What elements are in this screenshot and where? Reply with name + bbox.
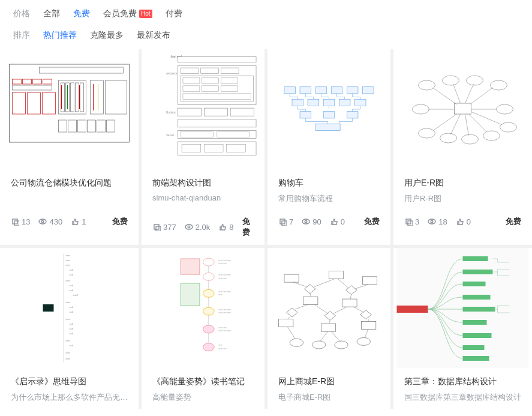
svg-line-106 bbox=[471, 112, 503, 125]
svg-rect-75 bbox=[354, 99, 366, 106]
svg-marker-169 bbox=[324, 312, 336, 321]
svg-rect-20 bbox=[106, 80, 127, 114]
stat-clones: 13 bbox=[11, 217, 30, 226]
svg-rect-65 bbox=[284, 87, 296, 94]
svg-point-32 bbox=[42, 220, 44, 223]
filter-row-sort: 排序 热门推荐 克隆最多 最新发布 bbox=[13, 30, 519, 41]
svg-text:item: item bbox=[66, 339, 71, 342]
svg-rect-34 bbox=[178, 56, 256, 62]
svg-rect-52 bbox=[181, 131, 213, 137]
svg-rect-40 bbox=[183, 78, 200, 83]
stat-views: 430 bbox=[38, 217, 62, 226]
stat-clones: 377 bbox=[152, 223, 176, 232]
stat-likes: 0 bbox=[330, 217, 345, 226]
svg-line-104 bbox=[465, 114, 469, 136]
svg-text:item: item bbox=[66, 357, 71, 360]
svg-text:Node.js: Node.js bbox=[166, 111, 176, 114]
thumb-icon bbox=[71, 217, 79, 226]
template-card[interactable]: 购物车 常用购物车流程 7 90 0 免费 bbox=[267, 49, 390, 245]
template-card[interactable]: 网上商城E-R图 电子商城E-R图 bbox=[267, 248, 390, 409]
svg-rect-37 bbox=[201, 68, 219, 73]
svg-point-136 bbox=[203, 273, 215, 280]
filter-row-price: 价格 全部 免费 会员免费 Hot 付费 bbox=[13, 8, 519, 19]
card-subtitle: 国三数据库第三章数据库结构设计 bbox=[404, 392, 521, 403]
svg-text:sub: sub bbox=[70, 310, 74, 313]
filter-label-sort: 排序 bbox=[13, 30, 30, 41]
template-card[interactable]: itemitemitemsubsub itemsubsubsub2 itemsu… bbox=[0, 248, 139, 409]
svg-rect-163 bbox=[279, 319, 293, 327]
filter-price-vip[interactable]: 会员免费 Hot bbox=[103, 8, 152, 19]
svg-rect-200 bbox=[463, 333, 492, 338]
svg-rect-194 bbox=[463, 256, 488, 261]
filter-sort-popular[interactable]: 热门推荐 bbox=[43, 30, 77, 41]
card-body: 用户E-R图 用户R-R图 bbox=[393, 169, 532, 210]
template-card[interactable]: text text texttext text text text textte… bbox=[142, 248, 265, 409]
svg-rect-42 bbox=[221, 78, 238, 83]
thumbnail: text text texttext text text text textte… bbox=[142, 248, 265, 368]
filter-sort-clones[interactable]: 克隆最多 bbox=[90, 30, 124, 41]
svg-point-90 bbox=[497, 104, 513, 114]
svg-rect-13 bbox=[71, 83, 74, 112]
svg-rect-133 bbox=[181, 259, 200, 274]
svg-point-31 bbox=[39, 219, 46, 224]
svg-rect-57 bbox=[227, 145, 246, 152]
svg-rect-24 bbox=[68, 120, 77, 132]
card-body: 第三章：数据库结构设计 国三数据库第三章数据库结构设计 bbox=[393, 368, 532, 409]
filter-bar: 价格 全部 免费 会员免费 Hot 付费 排序 热门推荐 克隆最多 最新发布 bbox=[0, 0, 532, 49]
stat-views: 18 bbox=[428, 217, 447, 226]
stat-value: 0 bbox=[467, 217, 471, 226]
card-title: 《高能量姿势》读书笔记 bbox=[152, 376, 254, 387]
card-title: 用户E-R图 bbox=[404, 178, 521, 188]
copy-icon bbox=[278, 217, 287, 226]
svg-rect-49 bbox=[230, 108, 254, 116]
svg-point-94 bbox=[483, 131, 500, 140]
svg-text:sub: sub bbox=[70, 289, 74, 292]
card-title: 公司物流仓储模块优化问题 bbox=[11, 178, 128, 188]
card-price: 免费 bbox=[112, 216, 128, 227]
svg-line-105 bbox=[469, 114, 487, 132]
svg-line-178 bbox=[354, 285, 368, 289]
card-title: 购物车 bbox=[278, 178, 380, 188]
svg-rect-19 bbox=[91, 80, 104, 114]
svg-text:text text: text text bbox=[219, 348, 227, 350]
svg-rect-196 bbox=[463, 282, 486, 286]
filter-price-free[interactable]: 免费 bbox=[73, 8, 90, 19]
svg-rect-46 bbox=[183, 94, 251, 99]
thumbnail bbox=[267, 248, 390, 368]
template-card[interactable]: 用户E-R图 用户R-R图 3 18 0 免费 bbox=[393, 49, 532, 245]
svg-line-182 bbox=[314, 304, 327, 313]
filter-price-paid[interactable]: 付费 bbox=[166, 8, 182, 19]
svg-rect-108 bbox=[408, 221, 413, 226]
svg-rect-38 bbox=[221, 68, 239, 73]
svg-rect-6 bbox=[13, 85, 52, 90]
template-card[interactable]: 第三章：数据库结构设计 国三数据库第三章数据库结构设计 bbox=[393, 248, 532, 409]
template-grid: 公司物流仓储模块优化问题 13 430 1 免费 front end bbox=[0, 49, 532, 409]
filter-price-all[interactable]: 全部 bbox=[43, 8, 60, 19]
copy-icon bbox=[11, 217, 19, 226]
svg-rect-45 bbox=[221, 86, 238, 91]
svg-rect-41 bbox=[202, 78, 219, 83]
card-body: 公司物流仓储模块优化问题 bbox=[0, 169, 139, 210]
svg-line-99 bbox=[470, 88, 493, 104]
card-body: 《高能量姿势》读书笔记 高能量姿势 bbox=[142, 368, 265, 409]
svg-point-139 bbox=[203, 325, 215, 333]
svg-line-183 bbox=[333, 307, 347, 313]
template-card[interactable]: 公司物流仓储模块优化问题 13 430 1 免费 bbox=[0, 49, 139, 245]
card-subtitle: 为什么市场上那么多软件产品无… bbox=[11, 392, 128, 403]
filter-sort-newest[interactable]: 最新发布 bbox=[137, 30, 170, 41]
svg-rect-165 bbox=[362, 321, 376, 329]
svg-rect-74 bbox=[339, 99, 350, 106]
stat-clones: 3 bbox=[404, 217, 419, 226]
svg-text:item: item bbox=[66, 264, 71, 267]
svg-rect-159 bbox=[329, 271, 344, 279]
template-card[interactable]: front end webpack Node.js Server 前端架构设计图… bbox=[142, 49, 265, 245]
svg-text:sub: sub bbox=[70, 268, 74, 271]
stat-value: 1 bbox=[82, 217, 86, 226]
card-price: 免费 bbox=[506, 216, 521, 227]
card-subtitle: 电子商城E-R图 bbox=[278, 392, 380, 403]
svg-line-179 bbox=[310, 294, 311, 297]
svg-rect-4 bbox=[33, 79, 42, 84]
stat-value: 7 bbox=[289, 217, 293, 226]
card-title: 第三章：数据库结构设计 bbox=[404, 376, 521, 387]
svg-rect-5 bbox=[43, 79, 52, 84]
